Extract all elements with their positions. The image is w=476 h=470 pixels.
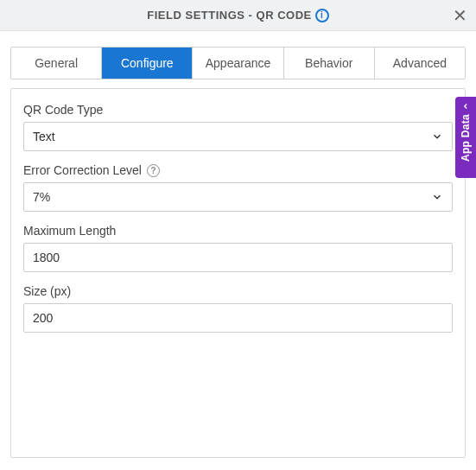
label-error-correction-text: Error Correction Level bbox=[23, 163, 142, 177]
tabs: General Configure Appearance Behavior Ad… bbox=[10, 47, 466, 79]
tabs-container: General Configure Appearance Behavior Ad… bbox=[0, 31, 476, 88]
info-icon[interactable]: i bbox=[315, 9, 329, 22]
close-icon: ✕ bbox=[453, 6, 467, 25]
select-error-correction[interactable]: 7% bbox=[23, 182, 453, 212]
label-error-correction: Error Correction Level ? bbox=[23, 163, 453, 177]
select-qr-code-type[interactable]: Text bbox=[23, 122, 453, 151]
label-size-text: Size (px) bbox=[23, 284, 71, 298]
chevron-down-icon bbox=[431, 191, 443, 203]
label-max-length-text: Maximum Length bbox=[23, 224, 116, 238]
field-size: Size (px) bbox=[23, 284, 453, 333]
input-size[interactable] bbox=[23, 303, 453, 333]
label-qr-code-type-text: QR Code Type bbox=[23, 103, 103, 117]
tab-configure[interactable]: Configure bbox=[102, 48, 193, 79]
chevron-left-icon bbox=[461, 102, 470, 111]
chevron-down-icon bbox=[431, 130, 443, 143]
field-max-length: Maximum Length bbox=[23, 224, 453, 272]
tab-advanced[interactable]: Advanced bbox=[375, 48, 465, 79]
content-panel: QR Code Type Text Error Correction Level… bbox=[10, 88, 466, 458]
label-max-length: Maximum Length bbox=[23, 224, 453, 238]
help-icon[interactable]: ? bbox=[147, 164, 160, 177]
tab-behavior[interactable]: Behavior bbox=[284, 48, 375, 79]
dialog-title-wrapper: FIELD SETTINGS - QR CODE i bbox=[147, 9, 328, 22]
side-tab-app-data[interactable]: App Data bbox=[455, 97, 476, 178]
tab-appearance[interactable]: Appearance bbox=[193, 48, 283, 79]
label-size: Size (px) bbox=[23, 284, 453, 298]
select-qr-code-type-value: Text bbox=[33, 130, 55, 143]
dialog-title: FIELD SETTINGS - QR CODE bbox=[147, 9, 311, 22]
close-button[interactable]: ✕ bbox=[453, 7, 467, 24]
dialog-header: FIELD SETTINGS - QR CODE i ✕ bbox=[0, 0, 476, 31]
label-qr-code-type: QR Code Type bbox=[23, 103, 453, 117]
select-error-correction-value: 7% bbox=[33, 190, 50, 204]
tab-general[interactable]: General bbox=[11, 48, 102, 79]
field-error-correction: Error Correction Level ? 7% bbox=[23, 163, 453, 212]
side-tab-label: App Data bbox=[460, 114, 472, 162]
input-max-length[interactable] bbox=[23, 243, 453, 272]
field-qr-code-type: QR Code Type Text bbox=[23, 103, 453, 151]
